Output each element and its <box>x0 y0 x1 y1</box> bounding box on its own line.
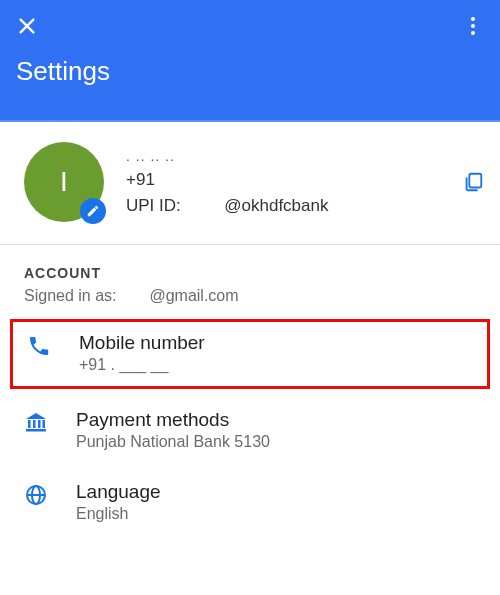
svg-rect-2 <box>33 420 36 428</box>
mobile-number-highlight: Mobile number +91 . ___ __ <box>10 319 490 389</box>
edit-badge[interactable] <box>80 198 106 224</box>
account-section-label: ACCOUNT <box>0 245 500 287</box>
mobile-number-text: Mobile number +91 . ___ __ <box>53 332 205 374</box>
profile-phone: +91 <box>126 167 462 193</box>
header-top <box>16 14 484 38</box>
language-text: Language English <box>50 481 161 523</box>
globe-icon <box>24 483 50 509</box>
more-vert-icon[interactable] <box>462 15 484 37</box>
profile-upi: UPI ID: xxxx @okhdfcbank <box>126 193 462 219</box>
payment-methods-item[interactable]: Payment methods Punjab National Bank 513… <box>0 395 500 467</box>
language-title: Language <box>76 481 161 503</box>
copy-icon <box>462 171 484 193</box>
language-value: English <box>76 505 161 523</box>
svg-rect-3 <box>38 420 41 428</box>
svg-rect-0 <box>469 174 481 188</box>
upi-handle: @okhdfcbank <box>224 196 328 215</box>
page-title: Settings <box>16 56 484 87</box>
header: Settings <box>0 0 500 120</box>
language-item[interactable]: Language English <box>0 467 500 539</box>
upi-label: UPI ID: <box>126 196 181 215</box>
svg-rect-4 <box>43 420 46 428</box>
payment-methods-title: Payment methods <box>76 409 270 431</box>
profile-name: . .. .. .. <box>126 146 462 167</box>
svg-rect-1 <box>28 420 31 428</box>
signed-in-row: Signed in as: xxx @gmail.com <box>0 287 500 319</box>
mobile-number-item[interactable]: Mobile number +91 . ___ __ <box>13 322 487 386</box>
mobile-number-title: Mobile number <box>79 332 205 354</box>
bank-icon <box>24 411 50 437</box>
signed-in-email: @gmail.com <box>149 287 238 304</box>
signed-in-label: Signed in as: <box>24 287 117 304</box>
copy-button[interactable] <box>462 171 484 193</box>
mobile-number-value: +91 . ___ __ <box>79 356 205 374</box>
avatar-initial: I <box>60 166 68 198</box>
payment-methods-value: Punjab National Bank 5130 <box>76 433 270 451</box>
avatar-wrap[interactable]: I <box>24 142 104 222</box>
profile-block: I . .. .. .. +91 UPI ID: xxxx @okhdfcban… <box>0 122 500 245</box>
close-icon[interactable] <box>16 15 38 37</box>
phone-icon <box>27 334 53 360</box>
pencil-icon <box>86 204 100 218</box>
payment-methods-text: Payment methods Punjab National Bank 513… <box>50 409 270 451</box>
profile-info: . .. .. .. +91 UPI ID: xxxx @okhdfcbank <box>104 146 462 218</box>
svg-rect-5 <box>26 429 46 432</box>
